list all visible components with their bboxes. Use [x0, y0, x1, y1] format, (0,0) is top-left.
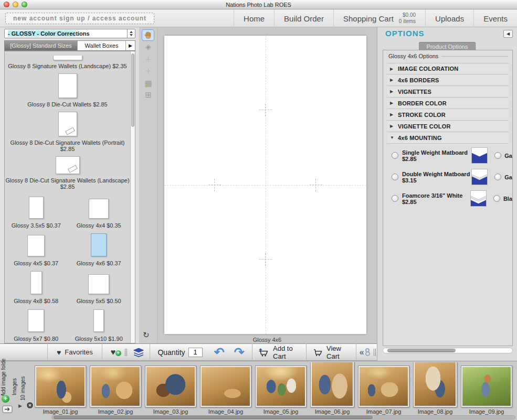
design-area: Glossy 4x6 — [157, 27, 377, 343]
crop-mark — [208, 179, 221, 191]
mounting-option-label: Single Weight Matboard $2.85 — [402, 149, 471, 162]
product-grid-item[interactable]: Glossy 4x6 $0.37 — [68, 230, 131, 267]
product-grid-item[interactable]: Glossy 3.5x5 $0.37 — [5, 192, 68, 230]
account-signup-button[interactable]: new account sign up / access account — [5, 13, 154, 24]
mounting-radio[interactable] — [392, 152, 398, 159]
nav-build-order[interactable]: Build Order — [274, 9, 333, 27]
scrollbar-thumb[interactable] — [131, 53, 134, 127]
product-grid-item[interactable]: Glossy 5x7 $0.80 — [5, 305, 68, 343]
options-panel: OPTIONS ◀ Product Options Glossy 4x6 Opt… — [377, 27, 517, 361]
category-dropdown-value: - GLOSSY - Color Corrections — [5, 30, 90, 37]
product-grid-item[interactable]: Glossy 5x5 $0.50 — [68, 267, 131, 305]
export-images-button[interactable] — [2, 405, 13, 415]
mounting-radio[interactable] — [392, 195, 398, 202]
catalog-tabs: [Glossy] Standard Sizes Wallet Boxes ▶ — [4, 40, 135, 51]
crop-guide-tool-button[interactable]: + — [139, 55, 157, 66]
filmstrip-scrollbar[interactable] — [51, 415, 515, 419]
add-folder-plus-icon[interactable]: + — [2, 395, 9, 403]
scrollbar-thumb[interactable] — [387, 349, 456, 352]
catalog-panel: - GLOSSY - Color Corrections [Glossy] St… — [0, 27, 139, 343]
product-grid-item[interactable]: Glossy 4x8 $0.58 — [5, 267, 68, 305]
options-horizontal-scrollbar[interactable] — [383, 348, 513, 353]
view-cart-button[interactable]: View Cart — [306, 343, 356, 361]
thumbnail-photo — [146, 367, 195, 406]
image-thumbnail-item[interactable]: Image_08.jpg — [413, 362, 457, 415]
nav-events[interactable]: Events — [473, 9, 517, 27]
tab-product-options[interactable]: Product Options — [419, 42, 476, 50]
print-canvas[interactable] — [164, 36, 366, 334]
rotate-tool-button[interactable]: ↻ — [143, 330, 150, 340]
options-box: Glossy 4x6 Options ▶ IMAGE COLORATION ▶ … — [383, 50, 513, 346]
option-section-row[interactable]: ▶ VIGNETTE COLOR — [387, 121, 509, 132]
link-chain-icon[interactable] — [365, 348, 370, 356]
collapse-strip-button[interactable]: « — [360, 348, 364, 357]
tab-wallet-boxes[interactable]: Wallet Boxes — [77, 41, 125, 50]
product-list-item[interactable]: Glossy 8 Die-Cut Signature Wallets (Port… — [5, 112, 130, 152]
move-tool-button[interactable]: ◈ — [139, 42, 157, 51]
grid-alt-tool-button[interactable]: ⊞ — [139, 90, 157, 100]
nav-uploads[interactable]: Uploads — [425, 9, 473, 27]
option-section-row[interactable]: ▶ 4x6 BORDERS — [387, 74, 509, 86]
product-list-scrollbar[interactable] — [130, 51, 135, 343]
image-thumbnail-item[interactable]: Image_03.jpg — [145, 365, 196, 415]
option-section-row[interactable]: ▶ BORDER COLOR — [387, 98, 509, 109]
product-thumbnail — [89, 199, 109, 219]
option-section-row[interactable]: ▼ 4x6 MOUNTING — [387, 132, 509, 144]
mounting-color-radio[interactable] — [493, 195, 500, 202]
tab-overflow-icon[interactable]: ▶ — [125, 41, 135, 50]
image-thumbnail-item[interactable]: Image_06.jpg — [310, 362, 354, 415]
mounting-radio[interactable] — [392, 174, 398, 180]
panel-collapse-button[interactable]: ◀ — [503, 30, 513, 38]
hand-tool-button[interactable] — [142, 29, 154, 41]
group-close-icon[interactable]: × — [26, 402, 34, 409]
layers-icon[interactable] — [133, 346, 144, 359]
nav-home[interactable]: Home — [234, 9, 274, 27]
image-thumbnail-item[interactable]: Image_04.jpg — [200, 365, 251, 415]
add-favorite-button[interactable]: ♥ + — [111, 348, 121, 357]
grid-tool-button[interactable]: ▦ — [139, 79, 157, 88]
thumbnail-photo — [202, 367, 250, 406]
mounting-option-label: Double Weight Matboard $3.15 — [402, 171, 471, 184]
nav-shopping-cart[interactable]: Shopping Cart $0.00 0 items — [333, 9, 425, 27]
tab-standard-sizes[interactable]: [Glossy] Standard Sizes — [5, 41, 77, 50]
image-thumbnail-item[interactable]: Image_01.jpg — [35, 365, 86, 415]
product-list-content: Glossy 8 Signature Wallets (Landscape) $… — [5, 51, 130, 343]
scrollbar-thumb[interactable] — [54, 416, 373, 419]
toolbar-drag-handle[interactable] — [125, 349, 128, 356]
add-to-cart-button[interactable]: Add to Cart — [252, 343, 307, 361]
product-list-item[interactable]: Glossy 8 Signature Wallets (Landscape) $… — [5, 56, 130, 69]
image-thumbnail-item[interactable]: Image_09.jpg — [461, 365, 512, 415]
product-grid-item[interactable]: Glossy 5x10 $1.90 — [68, 305, 131, 343]
dropdown-stepper-icon[interactable] — [127, 29, 135, 38]
option-section-row[interactable]: ▶ VIGNETTES — [387, 86, 509, 98]
mounting-color-radio[interactable] — [494, 174, 501, 180]
add-image-folder-label[interactable]: Add image folde — [1, 359, 6, 396]
app-window: Nations Photo Lab ROES new account sign … — [0, 0, 517, 420]
undo-button[interactable]: ↶ — [214, 344, 225, 360]
thumbnail-row: Image_01.jpg Image_02.jpg Image_03.jpg — [35, 362, 515, 415]
export-icon — [2, 405, 13, 413]
redo-button[interactable]: ↷ — [234, 344, 245, 360]
mounting-color-radio[interactable] — [494, 152, 501, 159]
image-thumbnail-item[interactable]: Image_02.jpg — [90, 365, 141, 415]
quantity-input[interactable] — [188, 348, 203, 357]
cart-items-count: 0 items — [399, 18, 416, 25]
options-group-label: Glossy 4x6 Options — [388, 53, 438, 59]
group-expand-arrow-icon[interactable]: ▶ — [18, 403, 22, 408]
image-thumbnail-item[interactable]: Image_07.jpg — [358, 365, 409, 415]
hand-icon — [144, 31, 153, 40]
product-grid-item[interactable]: Glossy 4x5 $0.37 — [5, 230, 68, 267]
option-section-row[interactable]: ▶ IMAGE COLORATION — [387, 63, 509, 74]
crop-guide-alt-tool-button[interactable]: + — [139, 66, 157, 77]
product-grid-item[interactable]: Glossy 4x4 $0.35 — [68, 192, 131, 230]
heart-icon: ♥ — [57, 348, 61, 357]
option-section-row[interactable]: ▶ STROKE COLOR — [387, 109, 509, 121]
thumbnail-frame — [145, 365, 196, 407]
image-thumbnail-item[interactable]: Image_05.jpg — [255, 365, 307, 415]
category-dropdown[interactable]: - GLOSSY - Color Corrections — [4, 29, 135, 38]
favorites-button[interactable]: ♥ Favorites — [47, 343, 102, 361]
toolbar-drag-handle[interactable] — [374, 349, 377, 356]
product-list-item[interactable]: Glossy 8 Die-Cut Signature Wallets (Land… — [5, 156, 130, 190]
product-list-item[interactable]: Glossy 8 Die-Cut Wallets $2.85 — [5, 73, 130, 107]
option-section-label: STROKE COLOR — [398, 112, 446, 118]
